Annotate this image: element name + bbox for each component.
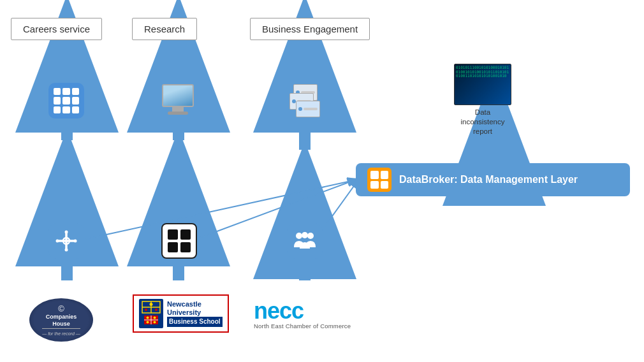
svg-point-15 bbox=[56, 240, 59, 243]
svg-point-35 bbox=[154, 321, 156, 324]
people-icon bbox=[287, 223, 323, 259]
svg-point-28 bbox=[155, 308, 157, 311]
diagram-container: Careers service Research Business Engage… bbox=[0, 0, 644, 362]
svg-point-33 bbox=[154, 317, 156, 319]
svg-point-20 bbox=[307, 233, 314, 239]
companies-house-logo: © CompaniesHouse — for the record — bbox=[29, 298, 93, 342]
research-label: Research bbox=[132, 18, 197, 40]
svg-point-19 bbox=[296, 233, 302, 239]
data-inconsistency-report: 0101011100101010001010101001010100101011… bbox=[454, 64, 511, 136]
svg-point-34 bbox=[147, 321, 149, 324]
svg-point-16 bbox=[74, 240, 77, 243]
black-grid-icon bbox=[161, 223, 197, 259]
business-engagement-label: Business Engagement bbox=[250, 18, 370, 40]
databroker-box: DataBroker: Data Management Layer bbox=[356, 163, 630, 196]
monitor-icon bbox=[162, 84, 194, 115]
necc-logo: necc North East Chamber of Commerce bbox=[254, 300, 351, 329]
servers-icon bbox=[288, 82, 323, 116]
newcastle-logo: Newcastle University Business School bbox=[133, 294, 229, 333]
careers-service-label: Careers service bbox=[11, 18, 102, 40]
svg-point-27 bbox=[145, 308, 147, 311]
svg-point-17 bbox=[65, 231, 68, 234]
databroker-label: DataBroker: Data Management Layer bbox=[399, 174, 578, 185]
svg-point-21 bbox=[302, 232, 308, 238]
grid-blue-icon bbox=[48, 83, 84, 119]
svg-point-18 bbox=[65, 249, 68, 252]
databroker-icon bbox=[367, 168, 392, 192]
svg-point-26 bbox=[150, 303, 153, 306]
appstore-icon bbox=[48, 223, 84, 259]
svg-line-10 bbox=[323, 182, 357, 229]
svg-point-32 bbox=[147, 317, 149, 319]
svg-line-9 bbox=[196, 180, 354, 239]
